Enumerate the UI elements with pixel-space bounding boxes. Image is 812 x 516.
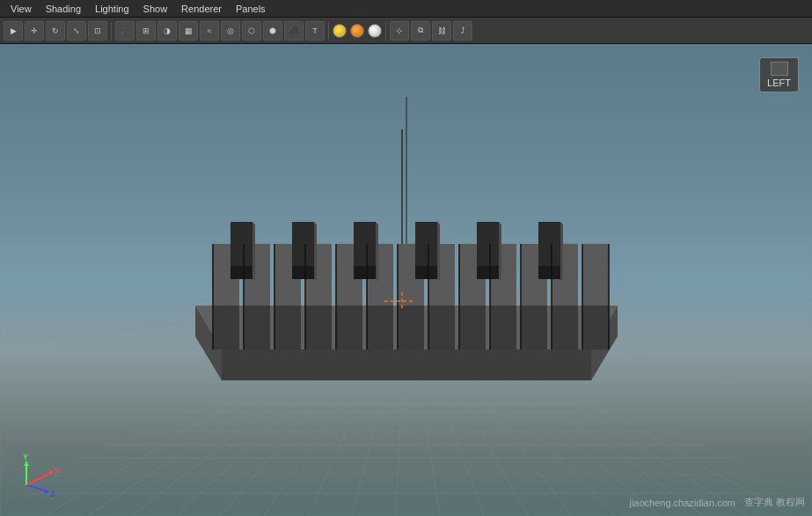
light-yellow-btn[interactable] bbox=[333, 24, 347, 38]
menu-view[interactable]: View bbox=[4, 2, 39, 16]
svg-marker-71 bbox=[582, 306, 609, 350]
sep2 bbox=[328, 22, 329, 40]
piano-3d-model: .key-top { fill: #5a5a5a; } .key-front {… bbox=[143, 129, 670, 411]
light-orange-btn[interactable] bbox=[350, 24, 364, 38]
svg-marker-78 bbox=[354, 222, 376, 266]
svg-marker-87 bbox=[538, 222, 560, 266]
render-shading-btn[interactable]: ◑ bbox=[157, 21, 177, 41]
svg-marker-110 bbox=[24, 461, 29, 466]
text-btn[interactable]: T bbox=[305, 21, 325, 41]
svg-marker-88 bbox=[538, 266, 560, 279]
view-cube-icon bbox=[771, 62, 788, 76]
duplicate-btn[interactable]: ⧉ bbox=[411, 21, 430, 41]
svg-marker-72 bbox=[230, 222, 252, 266]
toolbar: ▶ ✛ ↻ ⤡ ⊡ 🎥 ⊞ ◑ ▦ ≈ ◎ ⬡ ⬢ ⬛ T ⊹ ⧉ ⛓ ⤴ bbox=[0, 18, 812, 44]
move-tool-btn[interactable]: ✛ bbox=[25, 21, 44, 41]
svg-marker-79 bbox=[354, 266, 376, 279]
menu-lighting[interactable]: Lighting bbox=[88, 2, 136, 16]
cursor-btn[interactable]: ⊹ bbox=[390, 21, 409, 41]
rotate-tool-btn[interactable]: ↻ bbox=[46, 21, 65, 41]
svg-line-107 bbox=[26, 472, 53, 485]
svg-marker-49 bbox=[244, 306, 270, 350]
select-tool-btn[interactable]: ▶ bbox=[4, 21, 23, 41]
svg-marker-75 bbox=[292, 222, 314, 266]
texture-btn[interactable]: ▦ bbox=[179, 21, 198, 41]
watermark-url: jiaocheng.chazidian.com bbox=[629, 498, 735, 508]
left-view-text: LEFT bbox=[767, 77, 791, 88]
svg-marker-84 bbox=[477, 222, 499, 266]
svg-text:Y: Y bbox=[23, 454, 28, 461]
svg-marker-43 bbox=[222, 350, 591, 380]
svg-marker-89 bbox=[560, 222, 563, 282]
svg-marker-80 bbox=[376, 222, 378, 282]
svg-marker-86 bbox=[499, 222, 501, 282]
link-btn[interactable]: ⛓ bbox=[432, 21, 451, 41]
viewport[interactable]: .grid-line { stroke: #7a9595; stroke-wid… bbox=[0, 44, 812, 516]
menu-shading[interactable]: Shading bbox=[39, 2, 88, 16]
scale-tool-btn[interactable]: ⤡ bbox=[67, 21, 86, 41]
svg-marker-63 bbox=[459, 306, 486, 350]
camera-btn[interactable]: 🎥 bbox=[115, 21, 135, 41]
solid-btn[interactable]: ⬛ bbox=[284, 21, 304, 41]
smooth-btn[interactable]: ≈ bbox=[200, 21, 219, 41]
light-white-btn[interactable] bbox=[368, 24, 382, 38]
wire-btn[interactable]: ⬢ bbox=[263, 21, 282, 41]
svg-marker-77 bbox=[314, 222, 317, 282]
menu-show[interactable]: Show bbox=[136, 2, 175, 16]
sep1 bbox=[111, 22, 112, 40]
svg-marker-76 bbox=[292, 266, 314, 279]
share-btn[interactable]: ⤴ bbox=[453, 21, 472, 41]
menu-bar: View Shading Lighting Show Renderer Pane… bbox=[0, 0, 812, 18]
svg-marker-83 bbox=[437, 222, 440, 282]
view-label: LEFT bbox=[759, 57, 799, 92]
sep3 bbox=[385, 22, 386, 40]
svg-marker-61 bbox=[428, 306, 455, 350]
xray-btn[interactable]: ⬡ bbox=[242, 21, 261, 41]
svg-marker-81 bbox=[415, 222, 437, 266]
svg-marker-53 bbox=[305, 306, 332, 350]
svg-marker-65 bbox=[490, 306, 516, 350]
axis-indicator: X Y Z bbox=[18, 454, 53, 490]
svg-marker-82 bbox=[415, 266, 437, 279]
svg-marker-57 bbox=[367, 306, 393, 350]
snap-btn[interactable]: ⊡ bbox=[88, 21, 107, 41]
svg-marker-74 bbox=[252, 222, 255, 282]
svg-text:X: X bbox=[55, 467, 60, 475]
grid-btn[interactable]: ⊞ bbox=[136, 21, 156, 41]
svg-marker-51 bbox=[274, 306, 301, 350]
svg-marker-69 bbox=[552, 306, 578, 350]
svg-marker-85 bbox=[477, 266, 499, 279]
svg-marker-73 bbox=[230, 266, 252, 279]
svg-marker-55 bbox=[336, 306, 362, 350]
svg-text:Z: Z bbox=[50, 490, 55, 498]
svg-marker-67 bbox=[521, 306, 547, 350]
svg-marker-59 bbox=[398, 306, 424, 350]
svg-marker-47 bbox=[213, 306, 239, 350]
watermark-label: 查字典 教程网 bbox=[744, 496, 805, 509]
isolate-btn[interactable]: ◎ bbox=[221, 21, 240, 41]
menu-panels[interactable]: Panels bbox=[229, 2, 273, 16]
watermark: jiaocheng.chazidian.com 查字典 教程网 bbox=[629, 496, 805, 509]
svg-marker-70 bbox=[582, 244, 609, 306]
menu-renderer[interactable]: Renderer bbox=[174, 2, 229, 16]
